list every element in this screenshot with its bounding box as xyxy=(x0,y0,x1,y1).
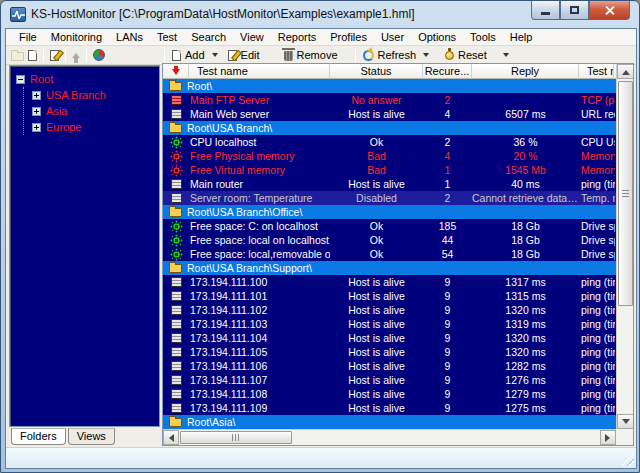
test-method-cell: ping (tim xyxy=(579,359,615,373)
test-reply-cell: 36 % xyxy=(472,135,579,149)
horizontal-scroll-thumb[interactable] xyxy=(180,431,292,444)
test-row[interactable]: 173.194.111.106Host is alive91282 msping… xyxy=(163,359,616,373)
minimize-button[interactable] xyxy=(531,1,560,20)
toolbar-separator xyxy=(86,48,87,62)
new-folder-icon[interactable] xyxy=(11,52,24,61)
test-row[interactable]: 173.194.111.104Host is alive91320 msping… xyxy=(163,331,616,345)
test-recurrences-cell: 44 xyxy=(423,233,472,247)
test-recurrences-cell: 9 xyxy=(423,345,472,359)
test-row[interactable]: 173.194.111.105Host is alive91320 msping… xyxy=(163,345,616,359)
test-row[interactable]: Main routerHost is alive140 msping (tim xyxy=(163,177,616,191)
test-status-cell: Host is alive xyxy=(330,373,423,387)
expand-icon[interactable] xyxy=(32,123,41,132)
test-row[interactable]: 173.194.111.101Host is alive91315 msping… xyxy=(163,289,616,303)
server-icon xyxy=(171,333,182,343)
test-status-cell: Ok xyxy=(330,247,423,261)
horizontal-scrollbar[interactable] xyxy=(163,429,616,445)
menu-item-test[interactable]: Test xyxy=(150,30,184,44)
tree-item-europe[interactable]: Europe xyxy=(24,119,159,135)
scroll-right-button[interactable] xyxy=(600,430,616,445)
test-row[interactable]: Free space: C: on localhostOk18518 GbDri… xyxy=(163,219,616,233)
refresh-dropdown-icon[interactable] xyxy=(423,53,429,60)
scroll-down-button[interactable] xyxy=(617,414,634,429)
menu-item-user[interactable]: User xyxy=(374,30,411,44)
server-icon xyxy=(171,291,182,301)
edit-notes-icon[interactable] xyxy=(50,50,59,61)
test-row[interactable]: 173.194.111.109Host is alive91275 msping… xyxy=(163,401,616,415)
tab-folders[interactable]: Folders xyxy=(11,428,66,445)
test-row[interactable]: Free space: local,removable on loc...Ok5… xyxy=(163,247,616,261)
column-header-priority[interactable] xyxy=(163,64,189,79)
test-row[interactable]: Main Web serverHost is alive46507 msURL … xyxy=(163,107,616,121)
column-header-recure[interactable]: Recure... xyxy=(423,64,472,79)
refresh-button[interactable]: Refresh xyxy=(358,48,435,62)
folder-path: Root\USA Branch\Support\ xyxy=(187,261,312,275)
maximize-button[interactable] xyxy=(560,1,589,20)
test-status-cell: Host is alive xyxy=(330,317,423,331)
scroll-left-button[interactable] xyxy=(163,430,179,445)
test-row[interactable]: 173.194.111.103Host is alive91319 msping… xyxy=(163,317,616,331)
add-dropdown-icon[interactable] xyxy=(212,53,218,60)
close-button[interactable] xyxy=(589,1,630,20)
tree-item-root[interactable]: Root xyxy=(10,71,159,87)
folder-row[interactable]: Root\ xyxy=(163,79,616,93)
folder-row[interactable]: Root\USA Branch\Office\ xyxy=(163,205,616,219)
reset-button[interactable]: Reset xyxy=(440,48,514,62)
vertical-scrollbar[interactable] xyxy=(616,64,633,429)
column-header-reply[interactable]: Reply xyxy=(472,64,579,79)
menu-item-options[interactable]: Options xyxy=(411,30,463,44)
tree-item-label: Europe xyxy=(46,121,81,133)
tree-item-label: Asia xyxy=(46,105,67,117)
resize-grip[interactable] xyxy=(621,453,634,466)
gear-green-icon xyxy=(173,223,180,230)
tab-views[interactable]: Views xyxy=(68,428,115,445)
test-status-cell: Host is alive xyxy=(330,331,423,345)
vertical-scroll-thumb[interactable] xyxy=(618,81,633,306)
column-header-status[interactable]: Status xyxy=(330,64,423,79)
color-palette-icon[interactable] xyxy=(93,49,105,61)
new-test-icon[interactable] xyxy=(28,50,37,61)
title-bar[interactable]: KS-HostMonitor [C:\ProgramData\HostMonit… xyxy=(1,1,639,28)
expand-icon[interactable] xyxy=(32,91,41,100)
column-header-test-name[interactable]: Test name xyxy=(189,64,330,79)
test-row[interactable]: 173.194.111.102Host is alive91320 msping… xyxy=(163,303,616,317)
test-row[interactable]: 173.194.111.100Host is alive91317 msping… xyxy=(163,275,616,289)
test-row[interactable]: Main FTP ServerNo answer2TCP (po xyxy=(163,93,616,107)
edit-button[interactable]: Edit xyxy=(223,48,265,62)
menu-item-view[interactable]: View xyxy=(233,30,271,44)
reset-dropdown-icon[interactable] xyxy=(503,53,509,60)
test-reply-cell: 1315 ms xyxy=(472,289,579,303)
test-row[interactable]: Free Physical memoryBad420 %Memory xyxy=(163,149,616,163)
collapse-icon[interactable] xyxy=(16,75,25,84)
menu-item-help[interactable]: Help xyxy=(503,30,540,44)
menu-item-profiles[interactable]: Profiles xyxy=(323,30,374,44)
test-recurrences-cell: 9 xyxy=(423,359,472,373)
remove-button[interactable]: Remove xyxy=(279,48,343,62)
folder-row[interactable]: Root\USA Branch\ xyxy=(163,121,616,135)
scroll-up-button[interactable] xyxy=(617,64,634,79)
test-row[interactable]: Free Virtual memoryBad11545 MbMemory xyxy=(163,163,616,177)
menu-item-reports[interactable]: Reports xyxy=(271,30,324,44)
folder-row[interactable]: Root\Asia\ xyxy=(163,415,616,429)
folder-row[interactable]: Root\USA Branch\Support\ xyxy=(163,261,616,275)
test-row[interactable]: 173.194.111.108Host is alive91279 msping… xyxy=(163,387,616,401)
test-method-cell: URL req xyxy=(579,107,615,121)
add-button[interactable]: Add xyxy=(167,48,223,62)
test-row[interactable]: CPU localhostOk236 %CPU Us xyxy=(163,135,616,149)
tree-item-label: USA Branch xyxy=(46,89,106,101)
test-row[interactable]: Server room: TemperatureDisabled2Cannot … xyxy=(163,191,616,205)
test-row[interactable]: Free space: local on localhostOk4418 GbD… xyxy=(163,233,616,247)
menu-item-file[interactable]: File xyxy=(12,30,44,44)
menu-item-search[interactable]: Search xyxy=(184,30,233,44)
test-row-icon-cell xyxy=(163,401,189,415)
test-row[interactable]: 173.194.111.107Host is alive91276 msping… xyxy=(163,373,616,387)
menu-item-lans[interactable]: LANs xyxy=(109,30,150,44)
tree-item-usa-branch[interactable]: USA Branch xyxy=(24,87,159,103)
tree-item-asia[interactable]: Asia xyxy=(24,103,159,119)
expand-icon[interactable] xyxy=(32,107,41,116)
test-name-cell: 173.194.111.104 xyxy=(189,331,330,345)
move-up-icon[interactable] xyxy=(72,49,80,58)
menu-item-tools[interactable]: Tools xyxy=(463,30,503,44)
column-header-test-me[interactable]: Test me xyxy=(579,64,614,79)
menu-item-monitoring[interactable]: Monitoring xyxy=(44,30,109,44)
